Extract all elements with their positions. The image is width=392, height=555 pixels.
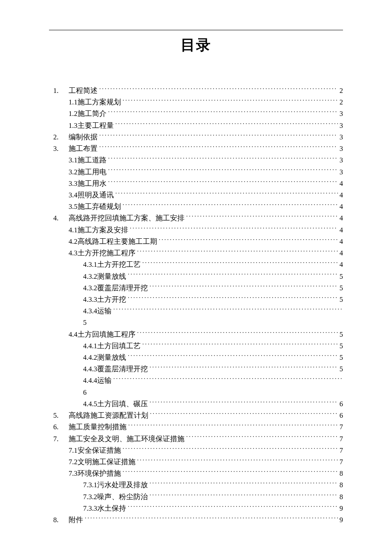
toc-leader — [137, 457, 338, 465]
toc-entry-page: 7 — [338, 445, 343, 456]
toc-entry: 7.1 安全保证措施7 — [49, 445, 343, 456]
toc-entry: 2.编制依据3 — [49, 131, 343, 143]
toc-entry-text: 工程简述 — [69, 85, 98, 96]
toc-entry-text: 施工用电 — [78, 166, 107, 178]
toc-entry-number: 4.3.1 — [83, 259, 97, 270]
toc-leader — [99, 132, 338, 139]
toc-entry-text: 施工方案规划 — [78, 96, 121, 108]
toc-entry-text: 土方开挖 — [97, 294, 126, 305]
toc-entry-text: 安全保证措施 — [78, 445, 121, 456]
toc-entry: 1.1 施工方案规划 2 — [49, 96, 343, 108]
toc-entry-page: 9 — [338, 514, 343, 526]
toc-entry: 3.3 施工用水 4 — [49, 178, 343, 189]
toc-entry-page: 5 — [338, 329, 343, 340]
toc-entry-page: 5 — [338, 282, 343, 294]
toc-entry: 4.3.2 覆盖层清理开挖 5 — [49, 282, 343, 294]
toc-entry-text: 施工安全及文明、施工环境保证措施 — [69, 433, 184, 445]
toc-leader — [128, 353, 338, 360]
toc-entry-text: 施工弃碴规划 — [78, 201, 121, 212]
toc-entry: 4.4.5 土方回填、碾压 6 — [49, 398, 343, 410]
toc-leader — [137, 330, 338, 337]
toc-entry-text: 土方回填施工程序 — [78, 329, 135, 340]
toc-entry: 3.5 施工弃碴规划4 — [49, 201, 343, 212]
toc-entry-number: 4.1 — [69, 224, 78, 236]
toc-entry-text: 覆盖层清理开挖 — [97, 282, 148, 294]
toc-entry-number: 7.3 — [69, 468, 78, 479]
toc-entry-page: 6 — [338, 398, 343, 410]
toc-entry: 4.3.2 测量放线 5 — [49, 271, 343, 282]
toc-entry-page: 5 — [338, 363, 343, 375]
toc-entry-text: 运输 — [97, 305, 112, 317]
toc-entry-text: 施工简介 — [78, 108, 107, 119]
toc-leader — [128, 503, 338, 511]
toc-entry-number: 3.4 — [69, 189, 78, 201]
toc-entry-page: 5 — [338, 271, 343, 282]
toc-entry-number: 5. — [53, 410, 69, 421]
toc-entry: 7.3 环境保护措施8 — [49, 468, 343, 479]
toc-entry-number: 1. — [53, 85, 69, 96]
toc-entry-number: 2. — [53, 131, 69, 143]
toc-entry: 1.3 主要工程量3 — [49, 120, 343, 131]
toc-entry-page: 5 — [338, 294, 343, 305]
toc-leader — [150, 399, 338, 406]
toc-leader — [130, 225, 338, 232]
toc-entry-page-wrap: 5 — [49, 317, 343, 328]
toc-leader — [115, 121, 338, 128]
toc-entry-page: 5 — [83, 318, 86, 327]
toc-leader — [99, 86, 338, 93]
toc-leader — [150, 283, 338, 290]
toc-entry: 4.4.4 运输 — [49, 375, 343, 386]
toc-entry: 3.4 照明及通讯4 — [49, 189, 343, 201]
toc-entry-number: 4.3.3 — [83, 294, 97, 305]
toc-entry-number: 4.4.3 — [83, 363, 97, 375]
toc-leader — [85, 515, 338, 523]
toc-entry-number: 3. — [53, 143, 69, 154]
toc-entry: 8.附件9 — [49, 514, 343, 526]
toc-entry-number: 7.3.3 — [83, 503, 97, 514]
toc-entry-page: 8 — [338, 491, 343, 503]
toc-entry: 4.3.1 土方开挖工艺 4 — [49, 259, 343, 270]
toc-leader — [115, 190, 338, 197]
toc-entry: 5.高线路施工资源配置计划6 — [49, 410, 343, 421]
toc-leader — [128, 422, 338, 430]
toc-entry: 4.3.3 土方开挖 5 — [49, 294, 343, 305]
toc-entry-page: 7 — [338, 433, 343, 445]
toc-entry-text: 土方开挖施工程序 — [78, 247, 135, 259]
toc-leader — [123, 445, 338, 453]
toc-entry-text: 施工质量控制措施 — [69, 421, 127, 433]
toc-entry-number: 4.4.2 — [83, 352, 97, 363]
toc-entry-page: 3 — [338, 120, 343, 131]
toc-entry-page: 3 — [338, 108, 343, 119]
toc-entry-page: 3 — [338, 166, 343, 178]
toc-entry-number: 4.2 — [69, 236, 78, 247]
toc-leader — [123, 202, 338, 209]
toc-leader — [113, 376, 343, 383]
toc-entry: 4.4.2 测量放线 5 — [49, 352, 343, 363]
toc-entry-page: 4 — [338, 201, 343, 212]
toc-leader — [142, 341, 338, 348]
toc-entry-text: 运输 — [97, 375, 112, 386]
toc-entry-number: 4. — [53, 212, 69, 224]
toc-leader — [108, 109, 338, 116]
toc-entry-text: 土方回填工艺 — [97, 340, 141, 352]
toc-entry-page: 4 — [338, 224, 343, 236]
toc-entry-text: 覆盖层清理开挖 — [97, 363, 148, 375]
toc-entry-text: 附件 — [69, 514, 83, 526]
toc-entry-text: 土方开挖工艺 — [97, 259, 141, 270]
document-page: 目录 1.工程简述21.1 施工方案规划 21.2 施工简介 31.3 主要工程… — [0, 0, 392, 551]
toc-entry-text: 测量放线 — [97, 271, 126, 282]
toc-entry-page: 4 — [338, 259, 343, 270]
toc-entry-text: 测量放线 — [97, 352, 126, 363]
toc-entry-page: 3 — [338, 143, 343, 154]
toc-entry: 7.3.2 噪声、粉尘防治 8 — [49, 491, 343, 503]
toc-entry: 4.4.3 覆盖层清理开挖 5 — [49, 363, 343, 375]
toc-entry-text: 高线路工程主要施工工期 — [78, 236, 157, 247]
toc-entry: 4.高线路开挖回填施工方案、施工安排4 — [49, 212, 343, 224]
toc-entry-number: 1.2 — [69, 108, 78, 119]
toc-entry-text: 文明施工保证措施 — [78, 456, 135, 468]
toc-leader — [113, 306, 343, 314]
toc-entry-number: 8. — [53, 514, 69, 526]
toc-leader — [186, 214, 338, 221]
toc-entry-number: 1.3 — [69, 120, 78, 131]
toc-title: 目录 — [49, 35, 343, 55]
